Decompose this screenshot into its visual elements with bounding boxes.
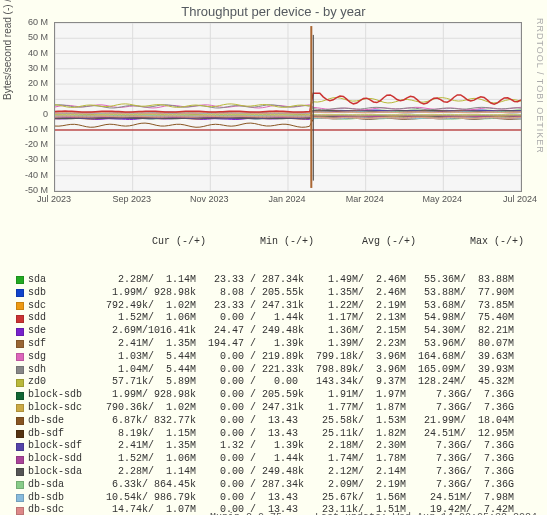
legend-swatch <box>16 366 24 374</box>
y-tick: -40 M <box>0 171 48 180</box>
x-tick: Sep 2023 <box>112 194 151 204</box>
legend-swatch <box>16 481 24 489</box>
legend-swatch <box>16 494 24 502</box>
legend-swatch <box>16 315 24 323</box>
x-tick: Jul 2024 <box>503 194 537 204</box>
legend-row: sde 2.69M/1016.41k 24.47 / 249.48k 1.36M… <box>16 325 531 338</box>
legend-text: block-sdd 1.52M/ 1.06M 0.00 / 1.44k 1.74… <box>28 453 514 466</box>
x-tick: May 2024 <box>423 194 463 204</box>
legend-text: sdg 1.03M/ 5.44M 0.00 / 219.89k 799.18k/… <box>28 351 514 364</box>
legend-text: block-sdb 1.99M/ 928.98k 0.00 / 205.59k … <box>28 389 514 402</box>
y-tick: -10 M <box>0 125 48 134</box>
chart-svg <box>55 23 521 191</box>
legend-swatch <box>16 379 24 387</box>
legend-row: sdd 1.52M/ 1.06M 0.00 / 1.44k 1.17M/ 2.1… <box>16 312 531 325</box>
legend-text: block-sdf 2.41M/ 1.35M 1.32 / 1.39k 2.18… <box>28 440 514 453</box>
legend-swatch <box>16 328 24 336</box>
legend-text: block-sdc 790.36k/ 1.02M 0.00 / 247.31k … <box>28 402 514 415</box>
legend-row: db-sdb 10.54k/ 986.79k 0.00 / 13.43 25.6… <box>16 492 531 505</box>
legend-swatch <box>16 507 24 515</box>
legend-swatch <box>16 417 24 425</box>
legend-text: block-sda 2.28M/ 1.14M 0.00 / 249.48k 2.… <box>28 466 514 479</box>
legend-swatch <box>16 340 24 348</box>
legend-row: db-sda 6.33k/ 864.45k 0.00 / 287.34k 2.0… <box>16 479 531 492</box>
legend-swatch <box>16 430 24 438</box>
legend-row: zd0 57.71k/ 5.89M 0.00 / 0.00 143.34k/ 9… <box>16 376 531 389</box>
legend-swatch <box>16 276 24 284</box>
legend-text: sda 2.28M/ 1.14M 23.33 / 287.34k 1.49M/ … <box>28 274 514 287</box>
legend-row: block-sdb 1.99M/ 928.98k 0.00 / 205.59k … <box>16 389 531 402</box>
y-tick: -30 M <box>0 155 48 164</box>
y-tick: 20 M <box>0 79 48 88</box>
legend-row: db-sde 6.87k/ 832.77k 0.00 / 13.43 25.58… <box>16 415 531 428</box>
legend-text: sdb 1.99M/ 928.98k 8.08 / 205.55k 1.35M/… <box>28 287 514 300</box>
chart-container: Throughput per device - by year Bytes/se… <box>0 0 547 515</box>
legend-swatch <box>16 456 24 464</box>
y-tick: 30 M <box>0 64 48 73</box>
x-tick: Mar 2024 <box>346 194 384 204</box>
legend: Cur (-/+) Min (-/+) Avg (-/+) Max (-/+) … <box>16 210 531 515</box>
legend-row: sdb 1.99M/ 928.98k 8.08 / 205.55k 1.35M/… <box>16 287 531 300</box>
legend-text: db-sdb 10.54k/ 986.79k 0.00 / 13.43 25.6… <box>28 492 514 505</box>
legend-text: sdh 1.04M/ 5.44M 0.00 / 221.33k 798.89k/… <box>28 364 514 377</box>
legend-swatch <box>16 443 24 451</box>
x-tick: Jul 2023 <box>37 194 71 204</box>
x-tick: Jan 2024 <box>268 194 305 204</box>
legend-header: Cur (-/+) Min (-/+) Avg (-/+) Max (-/+) <box>16 236 531 249</box>
legend-text: db-sdf 8.19k/ 1.15M 0.00 / 13.43 25.11k/… <box>28 428 514 441</box>
watermark: RRDTOOL / TOBI OETIKER <box>535 18 545 154</box>
legend-row: sda 2.28M/ 1.14M 23.33 / 287.34k 1.49M/ … <box>16 274 531 287</box>
legend-row: block-sdc 790.36k/ 1.02M 0.00 / 247.31k … <box>16 402 531 415</box>
y-tick: 60 M <box>0 18 48 27</box>
legend-row: sdg 1.03M/ 5.44M 0.00 / 219.89k 799.18k/… <box>16 351 531 364</box>
legend-swatch <box>16 392 24 400</box>
legend-swatch <box>16 353 24 361</box>
x-tick: Nov 2023 <box>190 194 229 204</box>
y-tick: -20 M <box>0 140 48 149</box>
legend-row: block-sda 2.28M/ 1.14M 0.00 / 249.48k 2.… <box>16 466 531 479</box>
plot-area <box>54 22 522 192</box>
legend-row: sdf 2.41M/ 1.35M 194.47 / 1.39k 1.39M/ 2… <box>16 338 531 351</box>
legend-swatch <box>16 289 24 297</box>
chart-title: Throughput per device - by year <box>0 0 547 19</box>
legend-row: block-sdd 1.52M/ 1.06M 0.00 / 1.44k 1.74… <box>16 453 531 466</box>
legend-row: sdc 792.49k/ 1.02M 23.33 / 247.31k 1.22M… <box>16 300 531 313</box>
legend-swatch <box>16 302 24 310</box>
legend-text: sdc 792.49k/ 1.02M 23.33 / 247.31k 1.22M… <box>28 300 514 313</box>
legend-text: db-sde 6.87k/ 832.77k 0.00 / 13.43 25.58… <box>28 415 514 428</box>
y-tick: 10 M <box>0 94 48 103</box>
legend-row: db-sdf 8.19k/ 1.15M 0.00 / 13.43 25.11k/… <box>16 428 531 441</box>
y-tick: 0 <box>0 110 48 119</box>
legend-swatch <box>16 468 24 476</box>
y-tick-labels: -50 M-40 M-30 M-20 M-10 M010 M20 M30 M40… <box>0 22 50 192</box>
legend-swatch <box>16 404 24 412</box>
legend-text: db-sda 6.33k/ 864.45k 0.00 / 287.34k 2.0… <box>28 479 514 492</box>
y-tick: 40 M <box>0 49 48 58</box>
legend-text: sdd 1.52M/ 1.06M 0.00 / 1.44k 1.17M/ 2.1… <box>28 312 514 325</box>
legend-text: zd0 57.71k/ 5.89M 0.00 / 0.00 143.34k/ 9… <box>28 376 514 389</box>
legend-row: sdh 1.04M/ 5.44M 0.00 / 221.33k 798.89k/… <box>16 364 531 377</box>
y-tick: 50 M <box>0 33 48 42</box>
legend-text: sdf 2.41M/ 1.35M 194.47 / 1.39k 1.39M/ 2… <box>28 338 514 351</box>
legend-row: block-sdf 2.41M/ 1.35M 1.32 / 1.39k 2.18… <box>16 440 531 453</box>
legend-text: sde 2.69M/1016.41k 24.47 / 249.48k 1.36M… <box>28 325 514 338</box>
